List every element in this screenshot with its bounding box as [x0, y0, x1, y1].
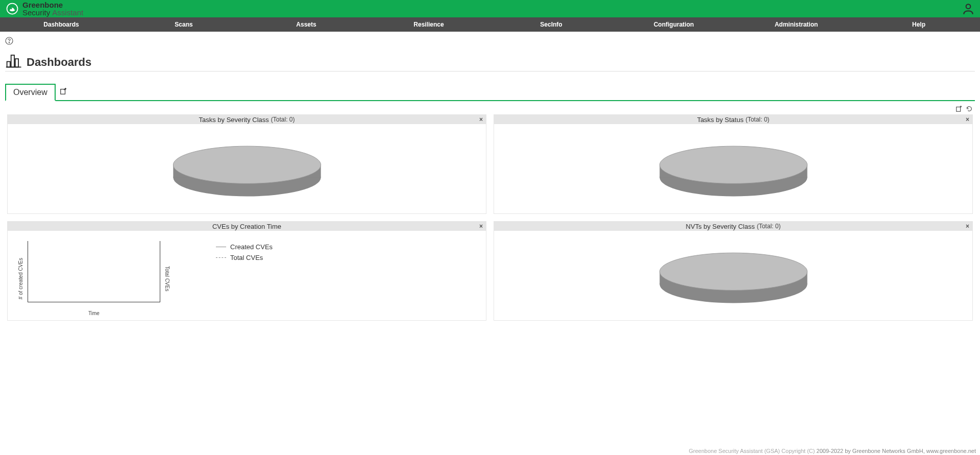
widget-total: (Total: 0) [757, 223, 781, 230]
user-icon[interactable] [962, 2, 975, 15]
x-axis-label: Time [88, 310, 100, 316]
close-icon[interactable]: × [479, 116, 483, 123]
widget-header[interactable]: NVTs by Severity Class (Total: 0) × [494, 222, 972, 231]
svg-point-4 [9, 42, 9, 43]
greenbone-logo-icon [5, 2, 19, 16]
svg-rect-12 [957, 107, 961, 112]
svg-point-17 [173, 146, 321, 183]
svg-rect-6 [11, 55, 14, 67]
svg-point-2 [966, 4, 971, 9]
chart-legend: Created CVEs Total CVEs [216, 243, 273, 265]
nav-configuration[interactable]: Configuration [612, 17, 735, 32]
app-header: Greenbone Security Assistant [0, 0, 980, 17]
main-nav: Dashboards Scans Assets Resilience SecIn… [0, 17, 980, 32]
y-axis-label-right: Total CVEs [164, 266, 170, 291]
refresh-icon[interactable] [966, 105, 973, 112]
legend-line-dashed-icon [216, 257, 226, 258]
add-tab-icon [60, 88, 67, 95]
svg-point-1 [11, 8, 12, 10]
brand-line2: Security Assistant [22, 9, 83, 16]
widget-body: # of created CVEs Time Total CVEs Create… [8, 231, 486, 320]
close-icon[interactable]: × [479, 223, 483, 230]
widget-total: (Total: 0) [746, 116, 770, 123]
tab-overview[interactable]: Overview [5, 84, 56, 101]
svg-point-20 [659, 146, 807, 183]
tabs-row: Overview [5, 83, 975, 101]
nav-assets[interactable]: Assets [245, 17, 368, 32]
widget-nvts-severity: NVTs by Severity Class (Total: 0) × [494, 221, 973, 321]
line-chart-plot [28, 241, 160, 302]
nav-scans[interactable]: Scans [122, 17, 245, 32]
svg-rect-7 [15, 59, 18, 67]
dashboard-grid: Tasks by Severity Class (Total: 0) × Tas… [5, 114, 975, 321]
brand-logo[interactable]: Greenbone Security Assistant [5, 1, 83, 16]
widget-title: CVEs by Creation Time [212, 223, 281, 230]
svg-point-23 [659, 253, 807, 290]
legend-label: Total CVEs [230, 254, 263, 261]
y-axis-label-left: # of created CVEs [18, 258, 23, 299]
widget-header[interactable]: Tasks by Status (Total: 0) × [494, 115, 972, 124]
widget-tasks-status: Tasks by Status (Total: 0) × [494, 114, 973, 214]
close-icon[interactable]: × [966, 116, 969, 123]
nav-administration[interactable]: Administration [735, 17, 857, 32]
nav-dashboards[interactable]: Dashboards [0, 17, 122, 32]
brand-text: Greenbone Security Assistant [22, 1, 83, 16]
widget-title: Tasks by Status [697, 116, 744, 124]
chart-area: # of created CVEs Time Total CVEs [18, 241, 170, 316]
widget-header[interactable]: Tasks by Severity Class (Total: 0) × [8, 115, 486, 124]
brand-line1: Greenbone [22, 1, 83, 9]
widget-title: NVTs by Severity Class [686, 223, 755, 230]
add-tab-button[interactable] [56, 86, 71, 97]
nav-resilience[interactable]: Resilience [368, 17, 490, 32]
nav-secinfo[interactable]: SecInfo [490, 17, 612, 32]
legend-label: Created CVEs [230, 243, 273, 251]
widget-total: (Total: 0) [271, 116, 295, 123]
empty-pie-disk [168, 134, 326, 203]
widget-body [8, 124, 486, 213]
widget-title: Tasks by Severity Class [199, 116, 269, 124]
page-title-row: Dashboards [5, 51, 975, 71]
legend-item-total[interactable]: Total CVEs [216, 254, 273, 261]
widget-body [494, 124, 972, 213]
page-title: Dashboards [27, 57, 91, 69]
legend-line-solid-icon [216, 247, 226, 247]
dashboard-toolbar [5, 105, 975, 112]
dashboards-icon [5, 51, 23, 69]
widget-cves-time: CVEs by Creation Time × # of created CVE… [7, 221, 486, 321]
nav-help[interactable]: Help [857, 17, 980, 32]
help-icon[interactable] [5, 37, 13, 45]
widget-body [494, 231, 972, 320]
svg-rect-5 [7, 62, 10, 67]
widget-header[interactable]: CVEs by Creation Time × [8, 222, 486, 231]
add-widget-icon[interactable] [955, 105, 963, 112]
widget-tasks-severity: Tasks by Severity Class (Total: 0) × [7, 114, 486, 214]
empty-pie-disk [654, 134, 813, 203]
legend-item-created[interactable]: Created CVEs [216, 243, 273, 251]
close-icon[interactable]: × [966, 223, 969, 230]
empty-pie-disk [654, 241, 813, 310]
